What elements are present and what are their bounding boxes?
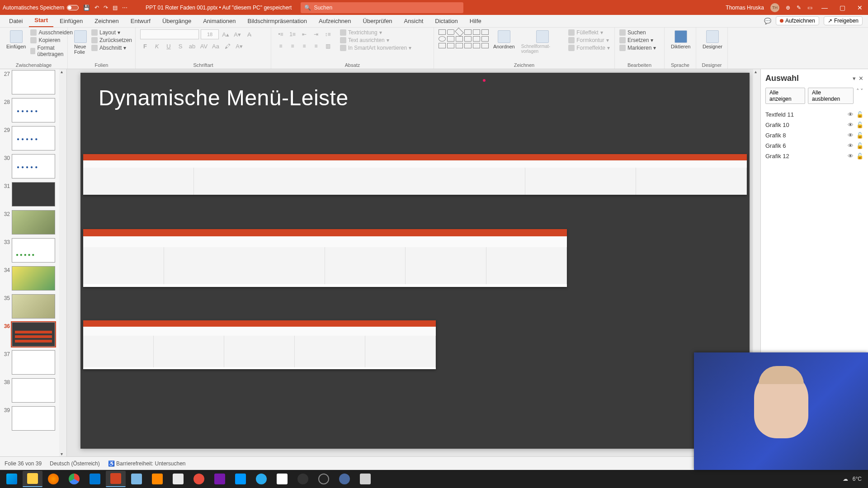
slide-canvas[interactable]: Dynamische Menü-Leiste: [80, 73, 750, 449]
lock-icon[interactable]: 🔓: [856, 132, 863, 139]
thumbnail-slide-31[interactable]: 31: [1, 182, 65, 206]
cut-button[interactable]: Ausschneiden: [30, 29, 72, 36]
user-avatar[interactable]: TH: [770, 3, 779, 12]
app-button-4[interactable]: [272, 471, 292, 487]
show-all-button[interactable]: Alle anzeigen: [765, 88, 805, 104]
tab-zeichnen[interactable]: Zeichnen: [89, 15, 124, 27]
indent-left-button[interactable]: ⇤: [299, 29, 309, 39]
shape-fill-button[interactable]: Fülleffekt▾: [568, 29, 610, 36]
tab-start[interactable]: Start: [29, 14, 53, 27]
visibility-icon[interactable]: 👁: [848, 153, 854, 160]
layout-button[interactable]: Layout▾: [91, 29, 132, 36]
more-icon[interactable]: ⋯: [122, 5, 127, 11]
close-button[interactable]: ✕: [854, 4, 865, 11]
shape-effects-button[interactable]: Formeffekte▾: [568, 45, 610, 51]
language-status[interactable]: Deutsch (Österreich): [50, 460, 100, 467]
tab-dictation[interactable]: Dictation: [429, 15, 463, 27]
search-box[interactable]: 🔍 Suchen: [301, 2, 463, 13]
align-text-button[interactable]: Text ausrichten▾: [340, 37, 411, 43]
present-icon[interactable]: ▤: [113, 5, 118, 11]
move-down-icon[interactable]: ˅: [860, 88, 863, 104]
font-color-button[interactable]: A▾: [234, 41, 244, 51]
selection-item[interactable]: Textfeld 11👁🔓: [765, 111, 863, 118]
accessibility-status[interactable]: ♿ Barrierefreiheit: Untersuchen: [108, 460, 186, 467]
quick-styles-button[interactable]: Schnellformat-vorlagen: [519, 29, 566, 55]
share-button[interactable]: ↗Freigeben: [824, 16, 863, 25]
firefox-button[interactable]: [43, 471, 63, 487]
selection-item[interactable]: Grafik 12👁🔓: [765, 153, 863, 160]
slide-image-ribbon-small[interactable]: [83, 320, 436, 369]
format-painter-button[interactable]: Format übertragen: [30, 45, 72, 57]
tab-hilfe[interactable]: Hilfe: [464, 15, 487, 27]
reset-button[interactable]: Zurücksetzen: [91, 37, 132, 43]
save-icon[interactable]: 💾: [83, 5, 90, 11]
pen-icon[interactable]: ✎: [797, 5, 801, 11]
thumbnails-scrollbar[interactable]: [59, 69, 66, 456]
record-button[interactable]: Aufzeichnen: [776, 16, 819, 25]
visibility-icon[interactable]: 👁: [848, 132, 854, 139]
font-size-select[interactable]: 18: [201, 29, 219, 39]
visibility-icon[interactable]: 👁: [848, 122, 854, 128]
weather-icon[interactable]: ☁: [843, 476, 848, 482]
indent-right-button[interactable]: ⇥: [311, 29, 321, 39]
toggle-switch[interactable]: [67, 5, 79, 10]
thumbnail-slide-38[interactable]: 38: [1, 378, 65, 403]
thumbnail-slide-36[interactable]: 36: [1, 322, 65, 347]
pane-dropdown-icon[interactable]: ▾: [853, 75, 856, 82]
tab-uebergaenge[interactable]: Übergänge: [157, 15, 197, 27]
font-family-select[interactable]: [140, 29, 199, 39]
lock-icon[interactable]: 🔓: [856, 111, 863, 118]
thumbnail-slide-33[interactable]: 33: [1, 238, 65, 263]
new-slide-button[interactable]: Neue Folie: [72, 29, 89, 56]
paste-button[interactable]: Einfügen: [5, 29, 28, 50]
app-button-1[interactable]: [127, 471, 146, 487]
vscode-button[interactable]: [231, 471, 250, 487]
italic-button[interactable]: K: [152, 41, 162, 51]
explorer-button[interactable]: [23, 471, 42, 487]
thumbnail-slide-30[interactable]: 30: [1, 154, 65, 178]
pane-close-icon[interactable]: ✕: [859, 75, 863, 82]
grow-font-button[interactable]: A▴: [221, 29, 231, 39]
minimize-button[interactable]: —: [819, 4, 830, 11]
tab-entwurf[interactable]: Entwurf: [125, 15, 156, 27]
numbering-button[interactable]: 1≡: [288, 29, 297, 39]
obs-button[interactable]: [293, 471, 313, 487]
bullets-button[interactable]: •≡: [276, 29, 286, 39]
thumbnail-slide-29[interactable]: 29: [1, 126, 65, 150]
app-button-7[interactable]: [355, 471, 375, 487]
smartart-button[interactable]: In SmartArt konvertieren▾: [340, 45, 411, 51]
align-right-button[interactable]: ≡: [299, 41, 309, 51]
outlook-button[interactable]: [85, 471, 105, 487]
underline-button[interactable]: U: [164, 41, 174, 51]
shrink-font-button[interactable]: A▾: [232, 29, 242, 39]
sync-icon[interactable]: ⊕: [786, 5, 790, 11]
app-button-5[interactable]: [314, 471, 334, 487]
move-up-icon[interactable]: ˄: [856, 88, 859, 104]
thumbnail-slide-35[interactable]: 35: [1, 294, 65, 319]
replace-button[interactable]: Ersetzen▾: [619, 37, 656, 43]
powerpoint-button[interactable]: [106, 471, 126, 487]
line-spacing-button[interactable]: ↕≡: [323, 29, 333, 39]
undo-icon[interactable]: ↶: [94, 5, 99, 11]
find-button[interactable]: Suchen: [619, 29, 656, 36]
shadow-button[interactable]: ab: [187, 41, 197, 51]
bold-button[interactable]: F: [140, 41, 150, 51]
document-title[interactable]: PPT 01 Roter Faden 001.pptx • Auf "diese…: [146, 5, 292, 11]
align-center-button[interactable]: ≡: [288, 41, 297, 51]
clear-format-button[interactable]: A̶: [244, 29, 254, 39]
strike-button[interactable]: S: [175, 41, 185, 51]
visibility-icon[interactable]: 👁: [848, 111, 854, 118]
onenote-button[interactable]: [210, 471, 230, 487]
ribbon-mode-icon[interactable]: ▭: [807, 5, 812, 11]
app-button-6[interactable]: [335, 471, 354, 487]
tab-datei[interactable]: Datei: [4, 15, 28, 27]
tab-aufzeichnen[interactable]: Aufzeichnen: [313, 15, 357, 27]
thumbnail-slide-39[interactable]: 39: [1, 406, 65, 431]
designer-button[interactable]: Designer: [701, 29, 724, 50]
slide-image-ribbon-medium[interactable]: [83, 229, 567, 287]
columns-button[interactable]: ▥: [323, 41, 333, 51]
dictate-button[interactable]: Diktieren: [669, 29, 692, 50]
tab-animationen[interactable]: Animationen: [198, 15, 241, 27]
text-direction-button[interactable]: Textrichtung▾: [340, 29, 411, 36]
tab-ansicht[interactable]: Ansicht: [399, 15, 429, 27]
